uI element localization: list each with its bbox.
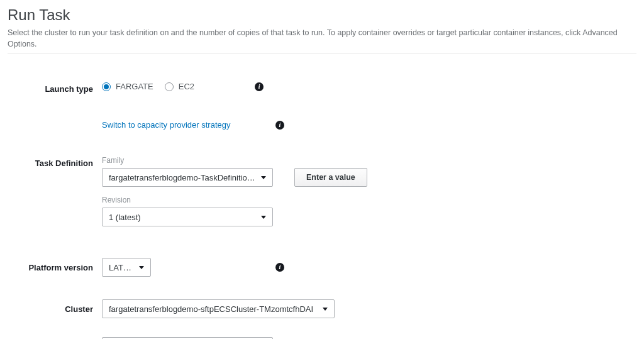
select-cluster[interactable]: fargatetransferblogdemo-sftpECSCluster-T…: [102, 299, 335, 318]
row-switch-link: Switch to capacity provider strategy i: [8, 120, 636, 130]
radio-circle-selected-icon: [102, 82, 111, 91]
row-launch-type: Launch type FARGATE EC2 i: [8, 82, 636, 94]
row-task-definition: Task Definition Family fargatetransferbl…: [8, 156, 636, 226]
sublabel-family: Family: [102, 156, 367, 165]
select-task-family[interactable]: fargatetransferblogdemo-TaskDefinition-E…: [102, 168, 273, 187]
enter-value-button[interactable]: Enter a value: [294, 168, 367, 187]
select-task-family-value: fargatetransferblogdemo-TaskDefinition-E…: [109, 173, 256, 182]
label-task-definition: Task Definition: [8, 156, 102, 168]
select-platform-version[interactable]: LATEST: [102, 258, 151, 277]
radio-fargate[interactable]: FARGATE: [102, 82, 153, 91]
caret-down-icon: [139, 266, 144, 269]
launch-type-radio-group: FARGATE EC2: [102, 82, 194, 91]
row-platform-version: Platform version LATEST i: [8, 258, 636, 277]
select-cluster-value: fargatetransferblogdemo-sftpECSCluster-T…: [109, 304, 313, 314]
radio-circle-icon: [165, 82, 174, 91]
divider: [8, 53, 636, 54]
sublabel-revision: Revision: [102, 196, 367, 204]
page-title: Run Task: [8, 6, 636, 24]
info-icon[interactable]: i: [255, 82, 264, 91]
caret-down-icon: [261, 216, 266, 219]
page-description: Select the cluster to run your task defi…: [8, 28, 636, 50]
label-launch-type: Launch type: [8, 82, 102, 94]
radio-label-ec2: EC2: [179, 82, 194, 91]
switch-capacity-provider-link[interactable]: Switch to capacity provider strategy: [102, 120, 230, 130]
info-icon[interactable]: i: [275, 263, 284, 272]
select-platform-version-value: LATEST: [109, 263, 134, 272]
radio-label-fargate: FARGATE: [116, 82, 153, 91]
info-icon[interactable]: i: [275, 121, 284, 130]
select-task-revision-value: 1 (latest): [109, 213, 141, 222]
radio-ec2[interactable]: EC2: [165, 82, 194, 91]
select-task-revision[interactable]: 1 (latest): [102, 208, 273, 226]
caret-down-icon: [261, 176, 266, 179]
caret-down-icon: [323, 308, 328, 311]
label-platform-version: Platform version: [8, 258, 102, 272]
label-empty: [8, 120, 102, 123]
label-cluster: Cluster: [8, 299, 102, 314]
row-cluster: Cluster fargatetransferblogdemo-sftpECSC…: [8, 299, 636, 318]
